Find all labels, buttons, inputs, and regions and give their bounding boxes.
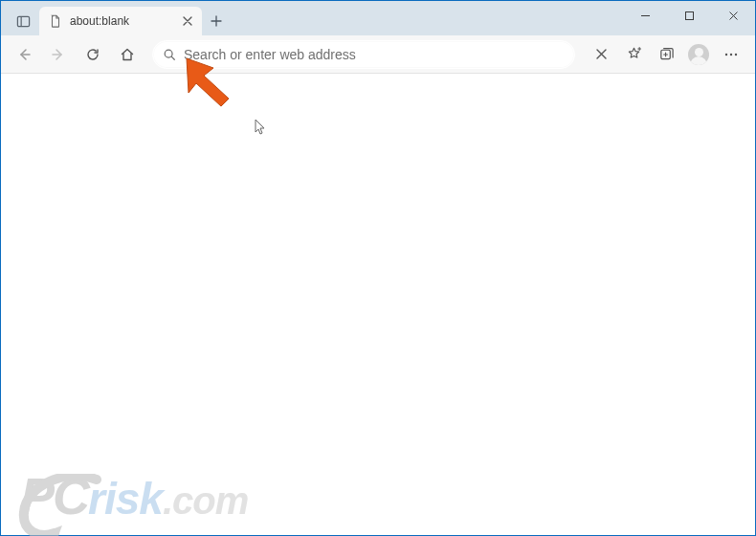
favorites-button[interactable] (617, 39, 650, 70)
toolbar (1, 35, 755, 74)
address-input[interactable] (184, 47, 565, 62)
home-icon (120, 47, 135, 62)
profile-button[interactable] (682, 39, 715, 70)
window-minimize-button[interactable] (623, 1, 667, 30)
svg-line-7 (171, 56, 174, 59)
refresh-icon (85, 47, 100, 62)
arrow-left-icon (16, 47, 32, 62)
stop-button[interactable] (585, 39, 617, 70)
address-bar[interactable] (152, 40, 575, 69)
watermark-dotcom: .com (163, 480, 248, 522)
close-icon (728, 11, 739, 21)
arrow-right-icon (51, 47, 66, 62)
svg-point-10 (730, 53, 732, 55)
tab-close-button[interactable] (181, 14, 194, 28)
minimize-icon (640, 11, 651, 21)
more-icon (723, 47, 739, 62)
browser-tab[interactable]: about:blank (39, 7, 202, 35)
swoosh-icon (18, 474, 104, 536)
window-close-button[interactable] (711, 1, 755, 30)
titlebar: about:blank (1, 1, 755, 35)
menu-button[interactable] (715, 39, 747, 70)
forward-button[interactable] (43, 39, 74, 70)
star-plus-icon (626, 46, 642, 62)
svg-point-11 (735, 53, 737, 55)
svg-point-9 (725, 53, 727, 55)
maximize-icon (684, 11, 695, 21)
tab-actions-icon (16, 14, 31, 29)
window-controls (623, 1, 755, 30)
x-icon (594, 47, 609, 61)
plus-icon (211, 15, 222, 27)
search-icon (163, 48, 176, 61)
window-maximize-button[interactable] (667, 1, 711, 30)
page-content (2, 74, 754, 534)
svg-rect-0 (17, 16, 29, 26)
svg-rect-3 (685, 11, 693, 19)
tab-title: about:blank (70, 14, 173, 28)
refresh-button[interactable] (78, 39, 108, 70)
watermark: PCrisk.com (20, 466, 365, 525)
avatar-icon (688, 44, 709, 65)
home-button[interactable] (112, 39, 143, 70)
back-button[interactable] (9, 39, 39, 70)
collections-button[interactable] (650, 39, 682, 70)
toolbar-right (585, 39, 747, 70)
page-icon (49, 14, 62, 28)
new-tab-button[interactable] (202, 7, 231, 35)
tab-actions-button[interactable] (7, 7, 39, 35)
tab-strip: about:blank (1, 1, 623, 35)
browser-window: about:blank (0, 0, 756, 536)
close-icon (183, 16, 192, 26)
collections-icon (658, 46, 675, 62)
